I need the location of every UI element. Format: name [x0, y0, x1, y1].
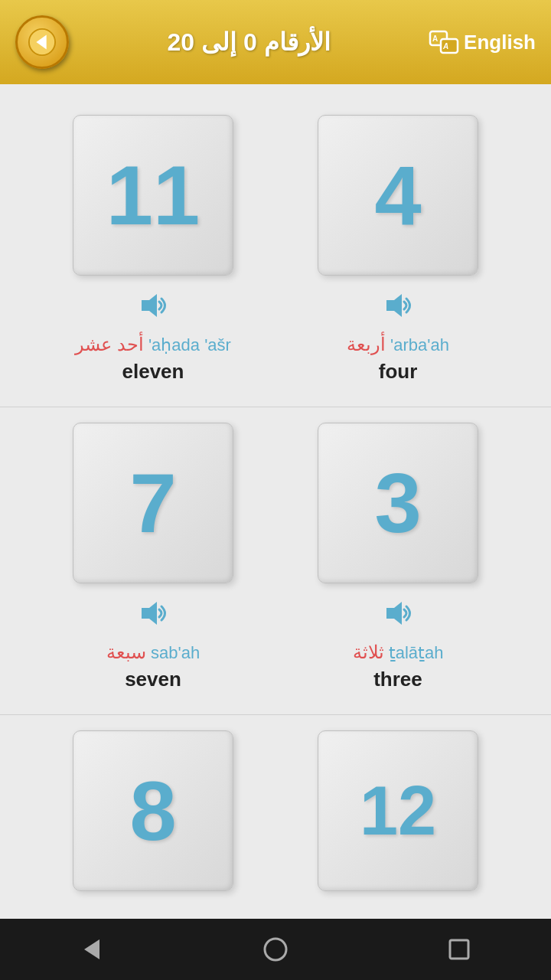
number-card-8: 8 [46, 730, 260, 891]
digit-12: 12 [360, 776, 436, 845]
svg-marker-9 [386, 602, 402, 625]
svg-marker-10 [84, 939, 99, 959]
speaker-button-11[interactable] [135, 288, 171, 326]
number-box-8[interactable]: 8 [73, 730, 233, 891]
number-card-12: 12 [291, 730, 505, 891]
svg-marker-7 [386, 294, 402, 317]
nav-home-button[interactable] [256, 930, 295, 969]
number-row-1: 11 أحد عشر 'aḥada 'ašr eleven 4 [0, 100, 551, 407]
svg-text:A: A [442, 42, 448, 51]
digit-8: 8 [129, 769, 176, 853]
speaker-button-3[interactable] [380, 596, 416, 634]
number-row-3: 8 12 [0, 715, 551, 891]
bottom-navigation [0, 919, 551, 980]
nav-recent-button[interactable] [440, 930, 478, 969]
number-box-12[interactable]: 12 [318, 730, 478, 891]
header: الأرقام 0 إلى 20 A A English [0, 0, 551, 84]
transliteration-4: أربعة 'arba'ah [347, 334, 449, 355]
svg-marker-6 [142, 294, 157, 317]
english-11: eleven [122, 360, 184, 384]
transliteration-7: سبعة sab'ah [106, 642, 200, 663]
nav-back-button[interactable] [73, 930, 111, 969]
content-area: 11 أحد عشر 'aḥada 'ašr eleven 4 [0, 84, 551, 919]
header-title: الأرقام 0 إلى 20 [168, 28, 331, 57]
number-card-7: 7 سبعة sab'ah seven [46, 423, 260, 691]
digit-3: 3 [374, 461, 421, 545]
svg-text:A: A [432, 34, 438, 43]
speaker-button-7[interactable] [135, 596, 171, 634]
number-box-7[interactable]: 7 [73, 423, 233, 583]
number-card-11: 11 أحد عشر 'aḥada 'ašr eleven [46, 115, 260, 384]
number-card-3: 3 ثلاثة ṯalāṯah three [291, 423, 505, 691]
english-3: three [373, 668, 422, 691]
number-box-3[interactable]: 3 [318, 423, 478, 583]
english-7: seven [125, 668, 181, 691]
speaker-button-4[interactable] [380, 288, 416, 326]
svg-point-11 [265, 939, 286, 960]
transliteration-3: ثلاثة ṯalāṯah [353, 642, 444, 663]
svg-marker-8 [142, 602, 157, 625]
number-box-11[interactable]: 11 [73, 115, 233, 276]
back-button[interactable] [15, 15, 69, 69]
svg-rect-12 [450, 940, 468, 959]
digit-4: 4 [374, 153, 421, 237]
number-card-4: 4 أربعة 'arba'ah four [291, 115, 505, 384]
language-button[interactable]: A A English [429, 27, 536, 57]
language-label: English [464, 31, 536, 54]
english-4: four [379, 360, 418, 384]
number-box-4[interactable]: 4 [318, 115, 478, 276]
digit-11: 11 [106, 153, 200, 237]
number-row-2: 7 سبعة sab'ah seven 3 [0, 407, 551, 715]
digit-7: 7 [129, 461, 176, 545]
transliteration-11: أحد عشر 'aḥada 'ašr [75, 334, 231, 355]
